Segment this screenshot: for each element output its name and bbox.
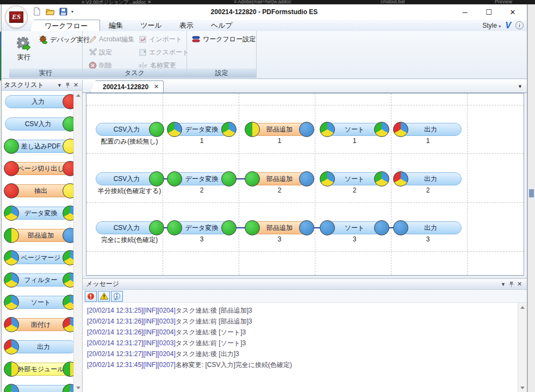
vendor-logo[interactable]: V [505,21,511,30]
connector-right[interactable] [374,171,389,186]
connector-right[interactable] [221,171,237,186]
qat-overflow-button[interactable]: ▾ [71,9,73,14]
menu-tab-2[interactable]: ツール [132,20,171,31]
connector-left[interactable] [320,171,335,186]
scroll-down-icon[interactable] [74,383,83,392]
connector-right[interactable] [299,122,314,137]
workflow-node-部品追加-2[interactable]: 部品追加 [246,172,313,186]
tasklist-item-差し込みPDF[interactable]: 差し込みPDF [5,139,73,153]
connector-left[interactable] [167,122,182,137]
workflow-settings-button[interactable]: ワークフロー設定 [190,33,257,45]
connector-left[interactable] [245,122,260,137]
connector-right[interactable] [63,250,73,265]
workflow-node-CSV入力-1[interactable]: CSV入力 [96,122,163,136]
tasklist-item-フィルター[interactable]: フィルター [5,273,73,287]
message-menu-button[interactable]: ▼ [499,280,507,288]
tasklist-item-ページマージ[interactable]: ページマージ [5,251,73,265]
connector-right[interactable] [63,116,73,132]
connector-right[interactable] [63,317,73,332]
connector-left[interactable] [4,161,19,176]
message-close-icon[interactable]: ✕ [515,280,524,288]
workflow-canvas[interactable]: CSV入力配置のみ(接続無し)データ変換1部品追加1ソート1出力1CSV入力半分… [86,93,524,276]
connector-left[interactable] [393,171,408,186]
workflow-node-部品追加-1[interactable]: 部品追加 [246,122,313,136]
connector-right[interactable] [221,220,237,235]
connector-left[interactable] [4,206,19,221]
connector-left[interactable] [4,295,19,310]
connector-left[interactable] [393,122,408,137]
tasklist-item-部品追加[interactable]: 部品追加 [5,228,73,242]
tab-close-icon[interactable]: ✕ [154,83,159,90]
connector-right[interactable] [374,122,389,137]
filter-warnings-toggle[interactable] [98,291,110,302]
connector-right[interactable] [63,183,73,198]
scroll-down-icon[interactable] [518,383,527,392]
minimize-button[interactable]: ─ [453,4,477,20]
workflow-node-CSV入力-3[interactable]: CSV入力 [96,221,163,235]
connector-left[interactable] [320,220,335,235]
style-dropdown[interactable]: Style ▾ [482,22,501,29]
tasklist-item-partial[interactable] [5,384,73,392]
workflow-node-データ変換-1[interactable]: データ変換 [168,122,235,136]
scroll-up-icon[interactable] [518,303,527,312]
tasklist-item-データ変換[interactable]: データ変換 [5,206,73,220]
connector-right[interactable] [374,220,389,235]
tasklist-item-CSV入力[interactable]: CSV入力 [5,117,73,131]
import-button[interactable]: インポート [137,33,184,45]
menu-tab-4[interactable]: ヘルプ [202,20,241,31]
maximize-button[interactable]: ☐ [477,4,501,20]
connector-left[interactable] [245,171,260,186]
connector-left[interactable] [393,220,408,235]
connector-left[interactable] [4,362,19,377]
tasklist-item-抽出[interactable]: 抽出 [5,184,73,198]
connector-right[interactable] [63,295,73,310]
task-settings-button[interactable]: 設定 [87,46,114,58]
workflow-node-データ変換-2[interactable]: データ変換 [168,172,235,186]
menu-tab-0[interactable]: ワークフロー [30,20,100,31]
connector-left[interactable] [245,220,260,235]
save-button[interactable] [58,7,68,16]
tasklist-item-ページ切り出し[interactable]: ページ切り出し [5,161,73,176]
workflow-node-出力-3[interactable]: 出力 [394,221,462,235]
tasklist-item-面付け[interactable]: 面付け [5,318,73,332]
scroll-up-icon[interactable] [74,91,83,99]
connector-left[interactable] [167,220,182,235]
connector-right[interactable] [63,228,73,243]
filter-info-toggle[interactable] [111,291,123,302]
connector-left[interactable] [167,171,182,186]
tasklist-item-入力[interactable]: 入力 [5,95,73,109]
connector-right[interactable] [63,362,73,377]
workflow-node-CSV入力-2[interactable]: CSV入力 [96,172,163,186]
workflow-node-出力-2[interactable]: 出力 [394,172,462,186]
message-pin-icon[interactable] [507,280,515,288]
workflow-node-ソート-1[interactable]: ソート [321,122,388,136]
filter-errors-toggle[interactable] [85,291,97,302]
workflow-node-ソート-2[interactable]: ソート [321,172,388,186]
connector-right[interactable] [63,161,73,176]
connector-right[interactable] [149,171,164,186]
connector-left[interactable] [4,139,19,154]
info-button[interactable]: i [515,21,524,29]
workflow-node-部品追加-3[interactable]: 部品追加 [246,221,313,235]
tasklist-item-出力[interactable]: 出力 [5,340,73,354]
connector-left[interactable] [4,250,19,265]
tasklist-close-icon[interactable]: ✕ [72,81,80,89]
connector-left[interactable] [4,272,19,288]
connector-right[interactable] [63,94,73,109]
connector-right[interactable] [299,171,314,186]
connector-right[interactable] [149,220,164,235]
connector-right[interactable] [63,139,73,154]
connector-left[interactable] [4,228,19,243]
connector-right[interactable] [149,122,164,137]
connector-right[interactable] [63,272,73,288]
export-button[interactable]: エクスポート [137,46,190,58]
message-scrollbar[interactable] [518,303,527,392]
acrobat-edit-button[interactable]: Acrobat編集 [87,33,136,45]
connector-left[interactable] [320,122,335,137]
connector-right[interactable] [299,220,314,235]
new-file-button[interactable] [32,7,42,16]
tasklist-scrollbar[interactable] [73,91,82,392]
workflow-node-出力-1[interactable]: 出力 [394,122,462,136]
run-button[interactable]: 実行 [11,32,36,67]
document-tab[interactable]: 200214-122820 ✕ [90,80,164,92]
